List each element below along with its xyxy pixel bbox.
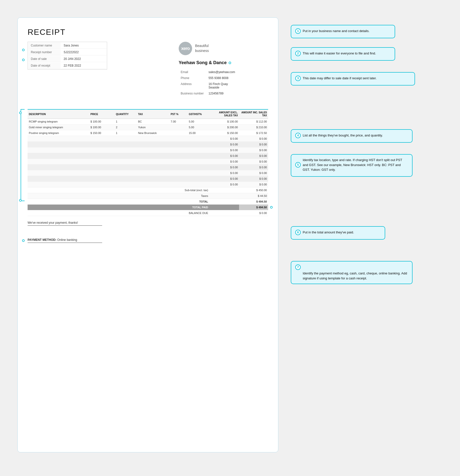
total-paid-row: TOTAL PAID $ 494.50 <box>28 205 268 210</box>
callout-6-text: Put in the total amount they've paid. <box>303 230 354 235</box>
balance-label: BALANCE DUE <box>28 210 210 216</box>
table-row: $ 0.00$ 0.00 <box>28 170 268 176</box>
callout-3-text: This date may differ to sale date if rec… <box>303 76 376 81</box>
callout-7: 7 Identify the payment method eg, cash, … <box>291 261 413 284</box>
date-sale-row: Date of sale 20 JAN 2022 <box>28 56 106 62</box>
payment-method-section: PAYMENT METHOD: Online banking <box>28 238 268 243</box>
callout-2-header: 2 This will make it easier for everyone … <box>295 51 391 56</box>
taxes-value: $ 44.50 <box>239 193 268 199</box>
th-quantity: QUANTITY <box>115 109 137 119</box>
xero-logo-area: xero Beautifulbusiness <box>179 42 268 55</box>
callout-4-text: List all the things they've bought, the … <box>303 133 383 138</box>
table-row: Poutine singing telegram$ 150.001New Bru… <box>28 130 268 136</box>
table-row: $ 0.00$ 0.00 <box>28 153 268 159</box>
business-name-row: Yeehaw Song & Dance <box>179 60 268 65</box>
callout-7-number: 7 <box>295 264 301 270</box>
callout-4: 4 List all the things they've bought, th… <box>291 129 413 143</box>
payment-thanks: We've received your payment, thanks! <box>28 221 102 226</box>
callout-5: 5 Identify tax location, type and rate. … <box>291 154 413 177</box>
callout-3: 3 This date may differ to sale date if r… <box>291 72 415 86</box>
table-header-row: DESCRIPTION PRICE QUANTITY TAX PST % GST… <box>28 109 268 119</box>
customer-name-row: Customer name Sara Jones <box>28 43 106 49</box>
xero-tagline: Beautifulbusiness <box>195 43 209 53</box>
address-value: 16 Finch Quay Seaside <box>207 81 268 90</box>
biznum-value: 123456789 <box>207 91 268 96</box>
connector-dot-2 <box>22 49 25 51</box>
table-row: $ 0.00$ 0.00 <box>28 182 268 187</box>
date-receipt-row: Date of receipt 22 FEB 2022 <box>28 63 106 69</box>
subtotal-value: $ 450.00 <box>239 187 268 193</box>
email-value: sales@yeehaw.com <box>207 69 268 75</box>
callout-1: 1 Put in your business name and contact … <box>291 25 395 38</box>
receipt-num-row: Receipt number SJ2222022 <box>28 49 106 55</box>
total-row: TOTAL $ 494.50 <box>28 199 268 205</box>
total-paid-value: $ 494.50 <box>239 205 268 210</box>
phone-value: 555 9388 8008 <box>207 75 268 81</box>
table-row: $ 0.00$ 0.00 <box>28 165 268 170</box>
page-container: RECEIPT Customer name Sara Jones Receipt… <box>10 10 445 462</box>
date-sale-value: 20 JAN 2022 <box>61 56 106 62</box>
customer-info-table: Customer name Sara Jones Receipt number … <box>28 42 107 70</box>
callout-1-header: 1 Put in your business name and contact … <box>295 28 391 34</box>
receipt-card: RECEIPT Customer name Sara Jones Receipt… <box>17 17 278 452</box>
taxes-label: Taxes <box>28 193 210 199</box>
phone-label: Phone <box>179 75 207 81</box>
th-pst: PST % <box>169 109 188 119</box>
payment-method-value: Online banking <box>57 238 77 242</box>
table-row: Gold miner singing telegram$ 100.002Yuko… <box>28 125 268 130</box>
receipt-header: Customer name Sara Jones Receipt number … <box>28 42 268 97</box>
total-paid-dot <box>270 206 273 209</box>
th-tax: TAX <box>137 109 169 119</box>
biznum-label: Business number <box>179 91 207 96</box>
connector-dot-3 <box>22 59 25 61</box>
xero-tagline-text: Beautifulbusiness <box>195 44 209 53</box>
payment-section: We've received your payment, thanks! <box>28 221 268 226</box>
total-value: $ 494.50 <box>239 199 268 205</box>
callout-2: 2 This will make it easier for everyone … <box>291 47 395 61</box>
callout-5-header: 5 Identify tax location, type and rate. … <box>295 158 408 172</box>
balance-value: $ 0.00 <box>239 210 268 216</box>
receipt-num-value: SJ2222022 <box>61 49 106 55</box>
email-row: Email sales@yeehaw.com <box>179 69 268 75</box>
th-incl: AMOUNT INC. SALES TAX <box>239 109 268 119</box>
table-row: $ 0.00$ 0.00 <box>28 142 268 147</box>
payment-method-text: PAYMENT METHOD: Online banking <box>28 238 102 243</box>
callout-4-number: 4 <box>295 133 301 138</box>
items-bracket <box>21 109 25 201</box>
payment-method-dot <box>22 239 25 242</box>
table-row: $ 0.00$ 0.00 <box>28 176 268 182</box>
th-excl: AMOUNT EXCL. SALES TAX <box>210 109 239 119</box>
contact-table: Email sales@yeehaw.com Phone 555 9388 80… <box>179 69 268 97</box>
receipt-title: RECEIPT <box>28 28 268 37</box>
subtotal-row: Sub-total (excl. tax) $ 450.00 <box>28 187 268 193</box>
business-info-section: xero Beautifulbusiness Yeehaw Song & Dan… <box>179 42 268 97</box>
callout-2-text: This will make it easier for everyone to… <box>303 51 376 56</box>
callout-5-text: Identify tax location, type and rate. If… <box>303 158 408 172</box>
address-line2: Seaside <box>209 86 219 89</box>
callout-2-number: 2 <box>295 51 301 56</box>
taxes-row: Taxes $ 44.50 <box>28 193 268 199</box>
table-row: $ 0.00$ 0.00 <box>28 159 268 165</box>
customer-name-label: Customer name <box>28 43 61 49</box>
callout-7-text: Identify the payment method eg, cash, ca… <box>303 271 407 280</box>
callout-6: 6 Put in the total amount they've paid. <box>291 226 385 240</box>
callout-4-header: 4 List all the things they've bought, th… <box>295 133 408 138</box>
payment-method-label: PAYMENT METHOD: <box>28 238 56 242</box>
business-name: Yeehaw Song & Dance <box>179 60 227 65</box>
address-row: Address 16 Finch Quay Seaside <box>179 81 268 90</box>
callout-6-header: 6 Put in the total amount they've paid. <box>295 230 381 235</box>
xero-logo: xero <box>179 42 192 55</box>
th-gst: GST/HST% <box>188 109 210 119</box>
callout-7-body: Identify the payment method eg, cash, ca… <box>303 271 408 281</box>
total-paid-label: TOTAL PAID <box>28 205 210 210</box>
callout-6-number: 6 <box>295 230 301 235</box>
customer-name-value: Sara Jones <box>61 43 106 49</box>
items-section: DESCRIPTION PRICE QUANTITY TAX PST % GST… <box>28 109 268 216</box>
th-description: DESCRIPTION <box>28 109 89 119</box>
callout-5-number: 5 <box>295 162 301 168</box>
callout-1-text: Put in your business name and contact de… <box>303 29 370 34</box>
total-label: TOTAL <box>28 199 210 205</box>
callout-3-header: 3 This date may differ to sale date if r… <box>295 76 411 81</box>
biznum-row: Business number 123456789 <box>179 91 268 96</box>
phone-row: Phone 555 9388 8008 <box>179 75 268 81</box>
